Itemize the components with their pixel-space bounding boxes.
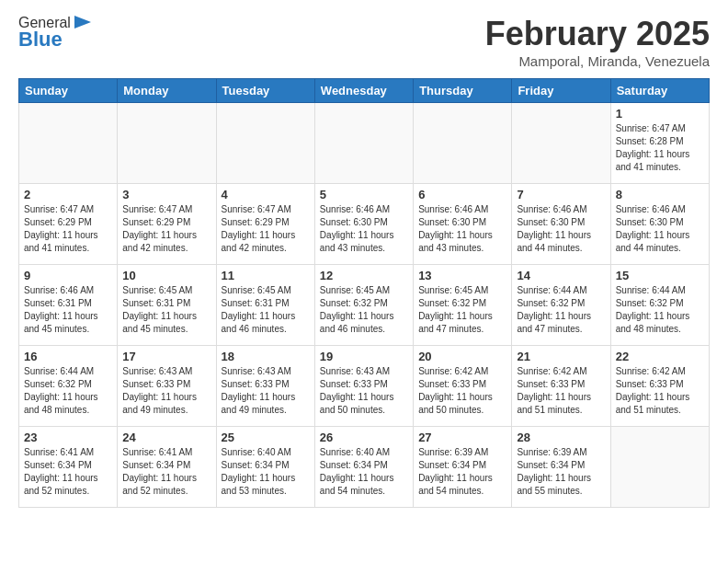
table-cell: 16Sunrise: 6:44 AM Sunset: 6:32 PM Dayli… [19,346,118,427]
table-cell: 12Sunrise: 6:45 AM Sunset: 6:32 PM Dayli… [314,265,413,346]
day-info: Sunrise: 6:46 AM Sunset: 6:30 PM Dayligh… [517,203,605,255]
header-friday: Friday [512,79,610,103]
day-number: 23 [24,431,112,444]
day-info: Sunrise: 6:46 AM Sunset: 6:30 PM Dayligh… [320,203,408,255]
day-number: 8 [616,188,704,201]
day-info: Sunrise: 6:44 AM Sunset: 6:32 PM Dayligh… [24,365,112,417]
day-number: 26 [320,431,408,444]
table-cell: 13Sunrise: 6:45 AM Sunset: 6:32 PM Dayli… [414,265,512,346]
day-number: 21 [517,350,605,363]
table-cell: 11Sunrise: 6:45 AM Sunset: 6:31 PM Dayli… [216,265,314,346]
calendar-subtitle: Mamporal, Miranda, Venezuela [485,53,710,69]
day-number: 3 [122,188,210,201]
day-info: Sunrise: 6:46 AM Sunset: 6:31 PM Dayligh… [24,284,112,336]
calendar-title: February 2025 [485,15,710,53]
header-sunday: Sunday [19,79,118,103]
day-info: Sunrise: 6:45 AM Sunset: 6:31 PM Dayligh… [122,284,210,336]
table-cell: 28Sunrise: 6:39 AM Sunset: 6:34 PM Dayli… [512,427,610,508]
day-info: Sunrise: 6:43 AM Sunset: 6:33 PM Dayligh… [122,365,210,417]
day-info: Sunrise: 6:40 AM Sunset: 6:34 PM Dayligh… [222,446,310,498]
day-info: Sunrise: 6:42 AM Sunset: 6:33 PM Dayligh… [418,365,506,417]
table-cell: 8Sunrise: 6:46 AM Sunset: 6:30 PM Daylig… [610,184,709,265]
header-saturday: Saturday [610,79,709,103]
day-info: Sunrise: 6:45 AM Sunset: 6:31 PM Dayligh… [222,284,310,336]
day-info: Sunrise: 6:46 AM Sunset: 6:30 PM Dayligh… [616,203,704,255]
day-info: Sunrise: 6:47 AM Sunset: 6:29 PM Dayligh… [122,203,210,255]
day-number: 5 [320,188,408,201]
day-number: 1 [616,107,704,121]
day-info: Sunrise: 6:44 AM Sunset: 6:32 PM Dayligh… [616,284,704,336]
table-cell: 2Sunrise: 6:47 AM Sunset: 6:29 PM Daylig… [19,184,118,265]
day-number: 25 [222,431,310,444]
table-cell: 21Sunrise: 6:42 AM Sunset: 6:33 PM Dayli… [512,346,610,427]
day-number: 24 [122,431,210,444]
table-cell: 15Sunrise: 6:44 AM Sunset: 6:32 PM Dayli… [610,265,709,346]
logo: General Blue [18,15,93,52]
week-row-4: 23Sunrise: 6:41 AM Sunset: 6:34 PM Dayli… [19,427,710,508]
day-number: 6 [418,188,506,201]
table-cell: 22Sunrise: 6:42 AM Sunset: 6:33 PM Dayli… [610,346,709,427]
day-info: Sunrise: 6:41 AM Sunset: 6:34 PM Dayligh… [24,446,112,498]
logo-flag-icon [73,14,93,30]
day-number: 20 [418,350,506,363]
day-number: 12 [320,269,408,282]
page: General Blue February 2025 Mamporal, Mir… [0,0,728,523]
table-cell: 18Sunrise: 6:43 AM Sunset: 6:33 PM Dayli… [216,346,314,427]
table-cell: 9Sunrise: 6:46 AM Sunset: 6:31 PM Daylig… [19,265,118,346]
table-cell: 23Sunrise: 6:41 AM Sunset: 6:34 PM Dayli… [19,427,118,508]
table-cell: 25Sunrise: 6:40 AM Sunset: 6:34 PM Dayli… [216,427,314,508]
calendar-header-row: Sunday Monday Tuesday Wednesday Thursday… [19,79,710,103]
week-row-1: 2Sunrise: 6:47 AM Sunset: 6:29 PM Daylig… [19,184,710,265]
table-cell: 10Sunrise: 6:45 AM Sunset: 6:31 PM Dayli… [118,265,216,346]
day-number: 4 [222,188,310,201]
day-info: Sunrise: 6:43 AM Sunset: 6:33 PM Dayligh… [222,365,310,417]
svg-marker-0 [74,16,91,29]
calendar-table: Sunday Monday Tuesday Wednesday Thursday… [18,78,710,508]
table-cell: 6Sunrise: 6:46 AM Sunset: 6:30 PM Daylig… [414,184,512,265]
table-cell [216,103,314,184]
header-monday: Monday [118,79,216,103]
table-cell: 20Sunrise: 6:42 AM Sunset: 6:33 PM Dayli… [414,346,512,427]
header: General Blue February 2025 Mamporal, Mir… [18,15,710,69]
day-info: Sunrise: 6:39 AM Sunset: 6:34 PM Dayligh… [418,446,506,498]
day-info: Sunrise: 6:45 AM Sunset: 6:32 PM Dayligh… [418,284,506,336]
table-cell: 14Sunrise: 6:44 AM Sunset: 6:32 PM Dayli… [512,265,610,346]
table-cell [414,103,512,184]
day-info: Sunrise: 6:45 AM Sunset: 6:32 PM Dayligh… [320,284,408,336]
day-number: 22 [616,350,704,363]
table-cell: 27Sunrise: 6:39 AM Sunset: 6:34 PM Dayli… [414,427,512,508]
day-info: Sunrise: 6:44 AM Sunset: 6:32 PM Dayligh… [517,284,605,336]
day-info: Sunrise: 6:47 AM Sunset: 6:28 PM Dayligh… [616,122,704,174]
table-cell [512,103,610,184]
day-number: 13 [418,269,506,282]
header-tuesday: Tuesday [216,79,314,103]
table-cell: 19Sunrise: 6:43 AM Sunset: 6:33 PM Dayli… [314,346,413,427]
day-number: 19 [320,350,408,363]
day-info: Sunrise: 6:42 AM Sunset: 6:33 PM Dayligh… [517,365,605,417]
day-info: Sunrise: 6:41 AM Sunset: 6:34 PM Dayligh… [122,446,210,498]
table-cell: 5Sunrise: 6:46 AM Sunset: 6:30 PM Daylig… [314,184,413,265]
table-cell [610,427,709,508]
day-number: 18 [222,350,310,363]
day-info: Sunrise: 6:43 AM Sunset: 6:33 PM Dayligh… [320,365,408,417]
day-number: 27 [418,431,506,444]
day-info: Sunrise: 6:40 AM Sunset: 6:34 PM Dayligh… [320,446,408,498]
table-cell: 7Sunrise: 6:46 AM Sunset: 6:30 PM Daylig… [512,184,610,265]
table-cell: 3Sunrise: 6:47 AM Sunset: 6:29 PM Daylig… [118,184,216,265]
table-cell: 1Sunrise: 6:47 AM Sunset: 6:28 PM Daylig… [610,103,709,184]
table-cell: 4Sunrise: 6:47 AM Sunset: 6:29 PM Daylig… [216,184,314,265]
week-row-2: 9Sunrise: 6:46 AM Sunset: 6:31 PM Daylig… [19,265,710,346]
table-cell: 24Sunrise: 6:41 AM Sunset: 6:34 PM Dayli… [118,427,216,508]
day-number: 2 [24,188,112,201]
day-info: Sunrise: 6:46 AM Sunset: 6:30 PM Dayligh… [418,203,506,255]
table-cell [314,103,413,184]
day-info: Sunrise: 6:39 AM Sunset: 6:34 PM Dayligh… [517,446,605,498]
day-number: 11 [222,269,310,282]
day-number: 16 [24,350,112,363]
day-number: 7 [517,188,605,201]
day-number: 14 [517,269,605,282]
day-info: Sunrise: 6:47 AM Sunset: 6:29 PM Dayligh… [222,203,310,255]
header-thursday: Thursday [414,79,512,103]
day-number: 15 [616,269,704,282]
week-row-0: 1Sunrise: 6:47 AM Sunset: 6:28 PM Daylig… [19,103,710,184]
